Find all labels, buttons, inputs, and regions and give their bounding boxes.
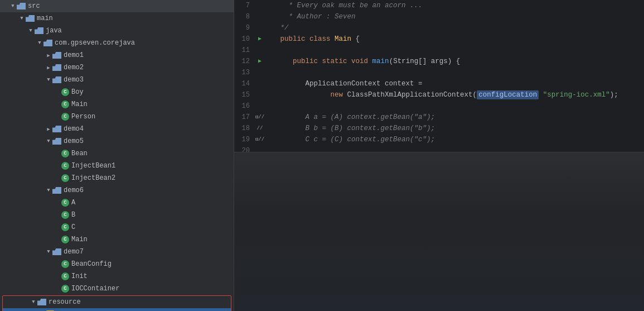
tree-item-corejava[interactable]: com.gpseven.corejava — [0, 37, 234, 49]
code-content-7: * Every oak must be an acorn ... — [265, 0, 423, 11]
code-content-13 — [265, 67, 272, 78]
tree-item-spring-ioc-xml[interactable]: ✦ spring-ioc.xml — [3, 308, 231, 311]
resource-group: resource ✦ spring-ioc.xml — [2, 295, 231, 311]
tree-item-java[interactable]: java — [0, 25, 234, 37]
tree-item-B[interactable]: C B — [0, 209, 234, 221]
label-demo6: demo6 — [64, 186, 84, 194]
tree-item-InjectBean2[interactable]: C InjectBean2 — [0, 172, 234, 184]
label-resource: resource — [49, 298, 81, 306]
label-InjectBean2: InjectBean2 — [71, 174, 115, 182]
code-line-10: 10 ▶ public class Main { — [234, 34, 644, 45]
label-BeanConfig: BeanConfig — [71, 260, 112, 268]
folder-icon-corejava — [43, 40, 52, 46]
code-content-20 — [265, 145, 272, 152]
label-java: java — [46, 27, 62, 35]
arrow-demo1 — [45, 52, 52, 59]
tree-item-main[interactable]: main — [0, 12, 234, 25]
line-num-10: 10 — [234, 34, 254, 45]
gutter-19: ⊟// — [254, 134, 265, 145]
label-src: src — [28, 2, 40, 10]
label-InjectBean1: InjectBean1 — [71, 162, 115, 170]
line-num-18: 18 — [234, 123, 254, 134]
code-content-12: public static void main(String[] args) { — [265, 56, 460, 67]
tree-item-demo1[interactable]: demo1 — [0, 49, 234, 61]
tree-item-InjectBean1[interactable]: C InjectBean1 — [0, 160, 234, 172]
label-B: B — [71, 211, 75, 219]
line-num-11: 11 — [234, 45, 254, 56]
code-content-14: ApplicationContext context = — [265, 78, 423, 89]
tree-item-demo3[interactable]: demo3 — [0, 74, 234, 86]
tree-item-Main3[interactable]: C Main — [0, 98, 234, 111]
code-content-9: */ — [265, 22, 289, 34]
tree-item-Person[interactable]: C Person — [0, 111, 234, 123]
tree-item-BeanConfig[interactable]: C BeanConfig — [0, 258, 234, 270]
code-line-12: 12 ▶ public static void main(String[] ar… — [234, 56, 644, 67]
tree-item-demo2[interactable]: demo2 — [0, 61, 234, 74]
arrow-resource — [30, 299, 37, 305]
folder-icon-demo4 — [52, 126, 61, 132]
arrow-demo4 — [45, 126, 52, 132]
class-icon-Init: C — [61, 272, 69, 280]
arrow-java — [27, 28, 35, 34]
class-icon-A: C — [61, 199, 69, 207]
file-tree[interactable]: src main java com.gpseven.corejava demo1… — [0, 0, 234, 311]
tree-item-demo5[interactable]: demo5 — [0, 135, 234, 147]
tree-item-A[interactable]: C A — [0, 197, 234, 209]
tree-item-Bean[interactable]: C Bean — [0, 147, 234, 160]
code-line-20: 20 — [234, 145, 644, 152]
tree-item-Main6[interactable]: C Main — [0, 233, 234, 246]
code-line-13: 13 — [234, 67, 644, 78]
folder-icon-demo5 — [52, 138, 61, 145]
gutter-10[interactable]: ▶ — [254, 34, 265, 45]
line-num-12: 12 — [234, 56, 254, 67]
code-line-15: 15 new ClassPathXmlApplicationContext(co… — [234, 89, 644, 101]
label-demo7: demo7 — [64, 248, 84, 256]
code-area[interactable]: 7 * Every oak must be an acorn ... 8 * A… — [234, 0, 644, 152]
arrow-demo5 — [45, 138, 52, 144]
tree-item-Boy[interactable]: C Boy — [0, 86, 234, 98]
label-demo2: demo2 — [64, 64, 84, 71]
folder-icon-main — [26, 15, 35, 22]
tree-item-C[interactable]: C C — [0, 221, 234, 233]
class-icon-InjectBean2: C — [61, 174, 69, 182]
tree-item-Init[interactable]: C Init — [0, 270, 234, 283]
label-C: C — [71, 223, 75, 231]
arrow-src — [9, 3, 17, 9]
arrow-demo2 — [45, 65, 52, 71]
tree-item-demo7[interactable]: demo7 — [0, 246, 234, 258]
line-num-19: 19 — [234, 134, 254, 145]
code-editor: 7 * Every oak must be an acorn ... 8 * A… — [234, 0, 644, 311]
code-content-19: C c = (C) context.getBean("c"); — [265, 134, 435, 145]
tree-item-demo6[interactable]: demo6 — [0, 184, 234, 197]
line-num-13: 13 — [234, 67, 254, 78]
label-Init: Init — [71, 272, 88, 280]
label-main: main — [37, 15, 53, 22]
line-num-15: 15 — [234, 89, 254, 101]
code-line-14: 14 ApplicationContext context = — [234, 78, 644, 89]
label-demo4: demo4 — [64, 125, 84, 133]
code-line-17: 17 ⊟// A a = (A) context.getBean("a"); — [234, 112, 644, 123]
code-line-11: 11 — [234, 45, 644, 56]
code-content-18: B b = (B) context.getBean("b"); — [265, 123, 435, 134]
line-num-7: 7 — [234, 0, 254, 11]
tree-item-IOCContainer[interactable]: C IOCContainer — [0, 283, 234, 295]
tree-item-src[interactable]: src — [0, 0, 234, 12]
class-icon-InjectBean1: C — [61, 162, 69, 170]
folder-icon-src — [17, 3, 26, 9]
label-Boy: Boy — [71, 88, 84, 96]
label-Person: Person — [71, 113, 95, 121]
code-content-10: public class Main { — [265, 34, 360, 45]
code-content-11 — [265, 45, 272, 56]
tree-item-resource[interactable]: resource — [3, 296, 231, 308]
class-icon-C: C — [61, 223, 69, 231]
folder-icon-demo1 — [52, 52, 61, 59]
line-num-20: 20 — [234, 145, 254, 152]
gutter-12[interactable]: ▶ — [254, 56, 265, 67]
label-Bean: Bean — [71, 150, 88, 157]
class-icon-boy: C — [61, 88, 69, 96]
class-icon-IOCContainer: C — [61, 285, 69, 293]
code-line-9: 9 */ — [234, 22, 644, 34]
tree-item-demo4[interactable]: demo4 — [0, 123, 234, 135]
folder-icon-demo6 — [52, 187, 61, 194]
label-IOCContainer: IOCContainer — [71, 285, 119, 293]
